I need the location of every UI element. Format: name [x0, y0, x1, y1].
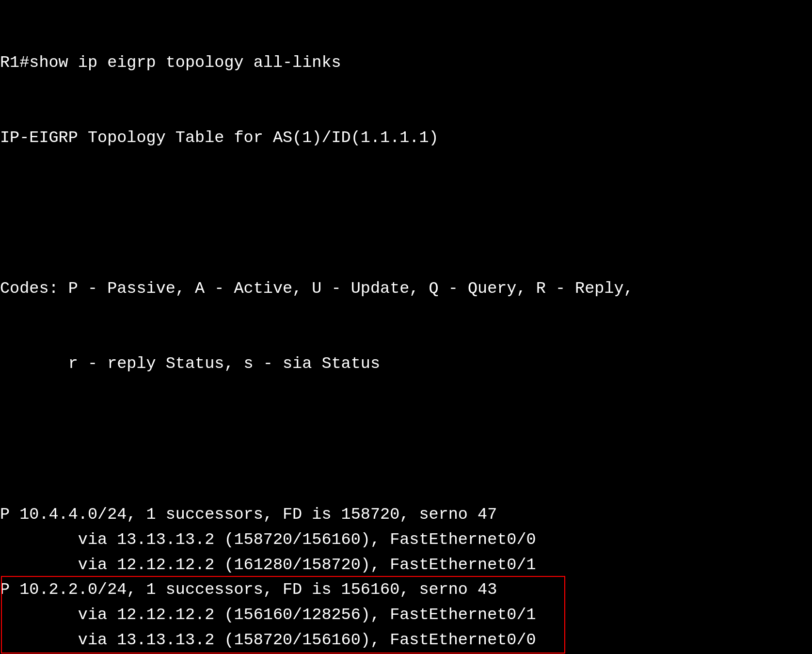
command-line: R1#show ip eigrp topology all-links — [0, 50, 812, 76]
header-line: IP-EIGRP Topology Table for AS(1)/ID(1.1… — [0, 126, 812, 151]
blank-line — [0, 427, 812, 452]
topology-entries: P 10.4.4.0/24, 1 successors, FD is 15872… — [0, 502, 812, 654]
route-via: via 12.12.12.2 (161280/158720), FastEthe… — [0, 553, 812, 578]
route-summary: P 10.2.2.0/24, 1 successors, FD is 15616… — [0, 577, 812, 603]
codes-line-1: Codes: P - Passive, A - Active, U - Upda… — [0, 276, 812, 302]
command-text: show ip eigrp topology all-links — [29, 53, 341, 72]
codes-line-2: r - reply Status, s - sia Status — [0, 351, 812, 377]
route-via: via 13.13.13.2 (158720/156160), FastEthe… — [0, 527, 812, 553]
prompt: R1# — [0, 53, 29, 72]
route-via: via 12.12.12.2 (156160/128256), FastEthe… — [0, 603, 812, 628]
route-summary: P 10.4.4.0/24, 1 successors, FD is 15872… — [0, 502, 812, 527]
route-via: via 13.13.13.2 (158720/156160), FastEthe… — [0, 628, 812, 653]
terminal-output[interactable]: R1#show ip eigrp topology all-links IP-E… — [0, 0, 812, 654]
blank-line — [0, 201, 812, 226]
